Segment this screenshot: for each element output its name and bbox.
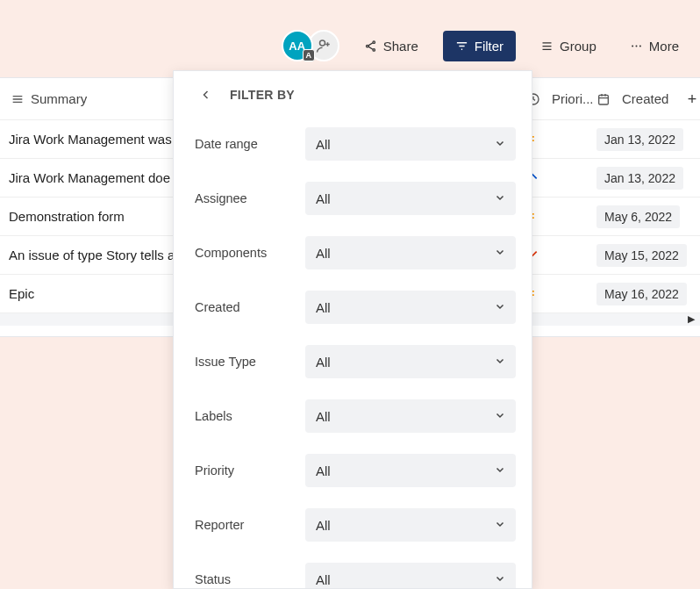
filter-field-select[interactable]: All [305, 508, 516, 542]
filter-heading: FILTER BY [230, 88, 295, 102]
created-header-label: Created [622, 91, 668, 106]
share-icon [364, 40, 377, 53]
cell-priority [526, 170, 596, 185]
project-toolbar: AA A Share Filter [0, 0, 700, 77]
cell-priority: = [526, 209, 596, 225]
filter-field-row: StatusAll [195, 563, 516, 588]
filter-field-row: PriorityAll [195, 454, 516, 487]
filter-field-select[interactable]: All [305, 454, 516, 487]
filter-icon [455, 40, 468, 53]
filter-field-select[interactable]: All [305, 399, 516, 433]
svg-point-6 [639, 45, 641, 47]
chevron-down-icon [495, 356, 505, 369]
filter-button[interactable]: Filter [443, 31, 516, 61]
filter-field-label: Labels [195, 409, 232, 423]
add-column-button[interactable]: + [684, 91, 700, 107]
created-date-chip: Jan 13, 2022 [596, 167, 683, 190]
created-date-chip: May 6, 2022 [596, 205, 680, 228]
svg-rect-8 [599, 95, 609, 104]
cell-priority [526, 248, 596, 262]
chevron-down-icon [495, 410, 505, 423]
svg-point-5 [635, 45, 637, 47]
created-date-chip: May 16, 2022 [596, 283, 687, 305]
filter-field-row: LabelsAll [195, 399, 516, 433]
filter-field-value: All [316, 137, 331, 152]
filter-field-row: CreatedAll [195, 291, 516, 324]
filter-field-value: All [316, 518, 331, 533]
list-icon [11, 92, 25, 106]
filter-field-select[interactable]: All [305, 563, 516, 588]
summary-header-label: Summary [31, 91, 87, 106]
filter-field-row: AssigneeAll [195, 182, 516, 215]
svg-point-2 [366, 45, 368, 47]
filter-field-row: Date rangeAll [195, 127, 516, 161]
chevron-down-icon [495, 301, 505, 314]
chevron-down-icon [495, 192, 505, 205]
cell-created: May 6, 2022 [596, 209, 684, 224]
filter-popover-scroll[interactable]: FILTER BY Date rangeAllAssigneeAllCompon… [174, 71, 532, 588]
filter-field-label: Date range [195, 137, 258, 151]
filter-field-value: All [316, 246, 331, 261]
created-date-chip: Jan 13, 2022 [596, 128, 683, 151]
more-label: More [649, 39, 679, 54]
filter-field-row: ComponentsAll [195, 236, 516, 269]
avatar-badge: A [303, 49, 315, 61]
cell-priority: = [526, 286, 596, 302]
svg-point-0 [319, 40, 325, 46]
column-header-priority[interactable]: Priori... [526, 91, 596, 106]
person-plus-icon [316, 38, 332, 54]
share-label: Share [383, 39, 418, 54]
filter-field-select[interactable]: All [305, 291, 516, 324]
filter-field-select[interactable]: All [305, 236, 516, 269]
filter-popover-header: FILTER BY [195, 85, 516, 104]
cell-created: May 15, 2022 [596, 248, 684, 262]
filter-field-row: ReporterAll [195, 508, 516, 542]
filter-field-value: All [316, 300, 331, 315]
chevron-down-icon [495, 247, 505, 260]
group-button[interactable]: Group [532, 32, 605, 60]
filter-field-select[interactable]: All [305, 345, 516, 378]
cell-created: Jan 13, 2022 [596, 132, 684, 147]
group-label: Group [560, 39, 596, 54]
calendar-icon [596, 92, 611, 106]
filter-back-button[interactable] [196, 85, 216, 104]
filter-field-label: Assignee [195, 191, 247, 205]
svg-point-4 [632, 45, 633, 47]
filter-field-label: Status [195, 572, 231, 586]
svg-point-3 [373, 48, 375, 51]
cell-created: May 16, 2022 [596, 286, 684, 301]
filter-field-value: All [316, 463, 331, 478]
filter-field-label: Created [195, 300, 240, 314]
filter-field-select[interactable]: All [305, 182, 516, 215]
created-date-chip: May 15, 2022 [596, 244, 687, 267]
share-button[interactable]: Share [355, 32, 427, 60]
filter-field-row: Issue TypeAll [195, 345, 516, 378]
filter-field-label: Reporter [195, 518, 244, 532]
filter-field-label: Issue Type [195, 355, 256, 369]
filter-field-value: All [316, 572, 331, 587]
column-header-created[interactable]: Created [596, 91, 684, 106]
filter-popover: FILTER BY Date rangeAllAssigneeAllCompon… [173, 70, 532, 589]
cell-created: Jan 13, 2022 [596, 170, 684, 185]
svg-point-1 [373, 40, 375, 43]
chevron-down-icon [495, 464, 505, 478]
filter-field-select[interactable]: All [305, 127, 516, 161]
filter-field-label: Components [195, 246, 267, 260]
chevron-down-icon [495, 138, 505, 151]
filter-label: Filter [475, 39, 504, 54]
group-icon [540, 40, 554, 53]
priority-header-label: Priori... [552, 91, 594, 106]
ellipsis-icon [630, 40, 643, 53]
chevron-down-icon [495, 573, 505, 586]
more-button[interactable]: More [621, 32, 688, 60]
filter-field-value: All [316, 191, 331, 206]
avatar-group: AA A [282, 30, 339, 61]
filter-field-label: Priority [195, 463, 234, 478]
scroll-right-arrow[interactable]: ▶ [688, 313, 695, 325]
cell-priority: = [526, 132, 596, 147]
user-avatar[interactable]: AA A [282, 30, 313, 61]
filter-field-value: All [316, 409, 331, 424]
chevron-down-icon [495, 519, 505, 532]
filter-field-value: All [316, 355, 331, 370]
